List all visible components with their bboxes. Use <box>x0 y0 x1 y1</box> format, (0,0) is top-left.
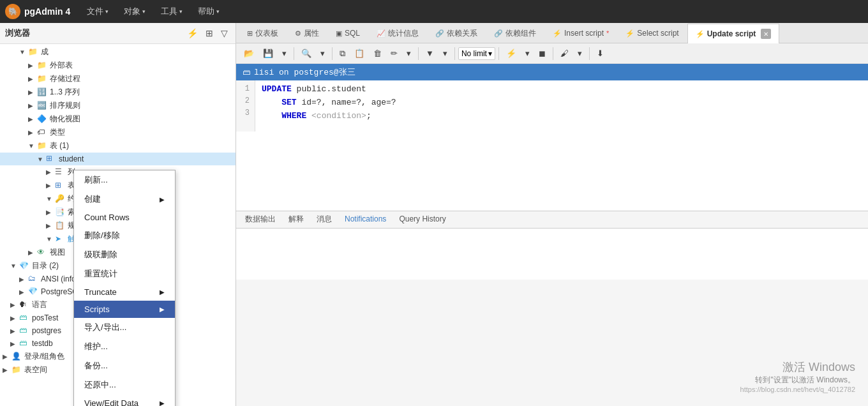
toolbar-filter-arrow-btn[interactable]: ▾ <box>439 47 451 60</box>
tree-item-label: 登录/组角色 <box>24 351 64 362</box>
tab-insert-script[interactable]: ⚡ Insert script * <box>544 23 617 43</box>
tree-item-label: 成 <box>41 47 49 57</box>
ctx-cascade-delete[interactable]: 级联删除 <box>74 245 175 264</box>
toolbar-filter-btn[interactable]: ▼ <box>422 47 438 60</box>
tree-item-label: 物化视图 <box>50 114 80 124</box>
ctx-create[interactable]: 创建 ▶ <box>74 190 175 209</box>
tree-toggle: ▼ <box>10 262 19 269</box>
code-content[interactable]: UPDATE public.student SET id=?, name=?, … <box>255 80 403 132</box>
role-icon: 👤 <box>11 352 22 362</box>
toolbar-edit-arrow-btn[interactable]: ▾ <box>403 47 415 60</box>
ctx-reset-stats[interactable]: 重置统计 <box>74 264 175 283</box>
tab-select-script[interactable]: ⚡ Select script <box>617 23 687 43</box>
tab-sql[interactable]: ▣ SQL <box>327 23 368 43</box>
tree-item-student[interactable]: ▼ ⊞ student <box>0 153 236 165</box>
tree-item-label: ANSI (infor <box>41 274 79 283</box>
result-tab-explain[interactable]: 解释 <box>282 212 310 228</box>
toolbar-paste-btn[interactable]: 📋 <box>350 47 368 60</box>
tree-item-proc[interactable]: ▶ 📁 存储过程 <box>0 72 236 86</box>
view-icon: 🔷 <box>37 114 47 124</box>
tree-item-tables[interactable]: ▼ 📁 表 (1) <box>0 139 236 153</box>
tab-dependents[interactable]: 🔗 依赖组件 <box>486 23 544 43</box>
tree-item-types[interactable]: ▶ 🏷 类型 <box>0 126 236 139</box>
result-tab-notifications[interactable]: Notifications <box>338 213 393 227</box>
sql-icon: ▣ <box>336 29 342 38</box>
sidebar-grid-btn[interactable]: ⊞ <box>203 27 216 40</box>
result-tab-history[interactable]: Query History <box>393 213 452 227</box>
toolbar-limit-select[interactable]: No limit ▾ <box>458 47 495 60</box>
ctx-truncate-arrow: ▶ <box>160 289 165 296</box>
toolbar-copy-btn[interactable]: ⧉ <box>336 47 349 61</box>
tree-item-label: 1..3 序列 <box>50 87 80 98</box>
tree-item-cheng[interactable]: ▼ 📁 成 <box>0 45 236 59</box>
toolbar-sep3 <box>418 47 419 60</box>
result-tab-messages[interactable]: 消息 <box>310 212 338 228</box>
connection-label: lisi on postgres@张三 <box>254 66 355 78</box>
tree-item-mview[interactable]: ▶ 🔷 物化视图 <box>0 112 236 126</box>
tab-close-button[interactable]: ✕ <box>761 29 771 39</box>
key-icon: 🔑 <box>55 194 65 204</box>
toolbar-search-btn[interactable]: 🔍 <box>297 47 315 60</box>
toolbar-brush-arrow-btn[interactable]: ▾ <box>574 47 586 60</box>
tree-item-collation[interactable]: ▶ 🔤 排序规则 <box>0 99 236 112</box>
tree-item-label: posTest <box>32 313 58 322</box>
menu-tools[interactable]: 工具 ▾ <box>154 3 189 20</box>
result-area <box>236 229 868 280</box>
toolbar-sep5 <box>498 47 499 60</box>
folder-icon: 📁 <box>11 365 22 375</box>
sidebar-refresh-btn[interactable]: ⚡ <box>184 27 200 40</box>
sidebar-actions: ⚡ ⊞ ▽ <box>184 27 230 40</box>
ctx-truncate[interactable]: Truncate ▶ <box>74 283 175 301</box>
limit-arrow: ▾ <box>488 49 492 58</box>
editor-toolbar: 📂 💾 ▾ 🔍 ▾ ⧉ 📋 🗑 ✏ ▾ ▼ ▾ No limit ▾ ⚡ ▾ ◼ <box>236 43 868 64</box>
tab-update-script[interactable]: ⚡ Update script ✕ <box>687 24 780 43</box>
code-lines: 1 2 3 UPDATE public.student SET id=?, na… <box>236 80 868 132</box>
ctx-count-rows[interactable]: Count Rows <box>74 209 175 226</box>
tree-toggle: ▶ <box>10 340 19 347</box>
tab-properties[interactable]: ⚙ 属性 <box>287 23 327 43</box>
toolbar-save-arrow-btn[interactable]: ▾ <box>278 47 290 60</box>
toolbar-stop-btn[interactable]: ◼ <box>535 47 550 60</box>
ctx-view-edit[interactable]: View/Edit Data ▶ <box>74 395 175 406</box>
catalog-icon: 💎 <box>19 261 29 271</box>
sidebar-filter-btn[interactable]: ▽ <box>218 27 230 40</box>
menu-object-arrow: ▾ <box>142 8 146 15</box>
line-numbers: 1 2 3 <box>236 80 255 132</box>
toolbar-search-arrow-btn[interactable]: ▾ <box>317 47 329 60</box>
toolbar-delete-btn[interactable]: 🗑 <box>370 47 385 60</box>
ctx-view-edit-arrow: ▶ <box>160 400 165 406</box>
tree-item-seq[interactable]: ▶ 🔢 1..3 序列 <box>0 86 236 99</box>
toolbar-brush-btn[interactable]: 🖌 <box>557 47 572 60</box>
menu-file[interactable]: 文件 ▾ <box>80 3 115 20</box>
tab-statistics[interactable]: 📈 统计信息 <box>368 23 427 43</box>
panel-tabs: ⊞ 仪表板 ⚙ 属性 ▣ SQL 📈 统计信息 🔗 依赖关系 🔗 依赖组件 <box>236 23 868 43</box>
ctx-maintenance[interactable]: 维护... <box>74 337 175 356</box>
ctx-delete[interactable]: 删除/移除 <box>74 226 175 245</box>
toolbar-download-btn[interactable]: ⬇ <box>593 47 608 60</box>
ctx-scripts[interactable]: Scripts ▶ <box>74 301 175 318</box>
insert-icon: ⚡ <box>553 29 562 38</box>
result-tabs: 数据输出 解释 消息 Notifications Query History <box>236 211 868 229</box>
toolbar-save-btn[interactable]: 💾 <box>259 47 277 60</box>
tree-item-ext-table[interactable]: ▶ 📁 外部表 <box>0 59 236 72</box>
tree-toggle: ▼ <box>37 156 46 163</box>
menu-help[interactable]: 帮助 ▾ <box>191 3 226 20</box>
code-editor[interactable]: 🗃 lisi on postgres@张三 1 2 3 UPDATE publi… <box>236 64 868 211</box>
toolbar-run-arrow-btn[interactable]: ▾ <box>521 47 534 60</box>
toolbar-edit-btn[interactable]: ✏ <box>387 47 401 60</box>
toolbar-run-btn[interactable]: ⚡ <box>502 47 520 60</box>
ctx-restore[interactable]: 还原中... <box>74 375 175 395</box>
tab-dependencies[interactable]: 🔗 依赖关系 <box>427 23 486 43</box>
menu-object[interactable]: 对象 ▾ <box>117 3 152 20</box>
tree-toggle: ▶ <box>28 89 37 96</box>
ctx-backup[interactable]: 备份... <box>74 356 175 375</box>
toolbar-open-btn[interactable]: 📂 <box>240 47 258 60</box>
tree-toggle: ▶ <box>28 62 37 69</box>
tree-item-label: 视图 <box>50 247 65 258</box>
tab-dashboard[interactable]: ⊞ 仪表板 <box>239 23 287 43</box>
result-tab-output[interactable]: 数据输出 <box>239 212 282 228</box>
tree-toggle: ▶ <box>46 222 55 229</box>
tree-toggle: ▶ <box>28 75 37 82</box>
ctx-import-export[interactable]: 导入/导出... <box>74 318 175 337</box>
ctx-refresh[interactable]: 刷新... <box>74 170 175 190</box>
